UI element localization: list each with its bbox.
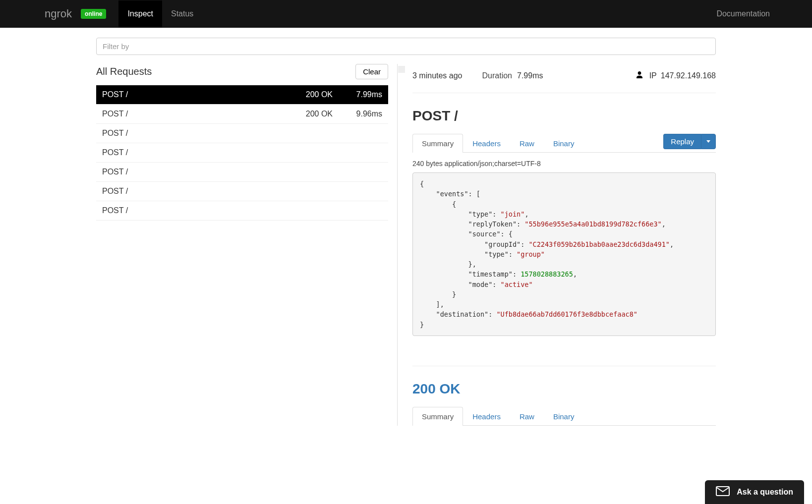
duration-value: 7.99ms <box>517 71 543 80</box>
detail-meta: 3 minutes ago Duration 7.99ms IP 147.92.… <box>412 64 716 93</box>
request-row[interactable]: POST /200 OK9.96ms <box>96 105 388 124</box>
nav-documentation[interactable]: Documentation <box>716 9 770 18</box>
request-heading: POST / <box>412 108 716 124</box>
request-status <box>273 206 333 215</box>
request-body-json: { "events": [ { "type": "join", "replyTo… <box>412 172 716 336</box>
request-method-path: POST / <box>102 90 273 99</box>
replay-dropdown[interactable] <box>701 134 716 149</box>
tab-raw[interactable]: Raw <box>510 134 544 153</box>
request-status <box>273 148 333 157</box>
request-time <box>333 129 382 138</box>
request-row[interactable]: POST / <box>96 201 388 221</box>
resp-tab-summary[interactable]: Summary <box>412 407 463 426</box>
resp-tab-raw[interactable]: Raw <box>510 407 544 426</box>
replay-button[interactable]: Replay <box>663 134 701 149</box>
request-method-path: POST / <box>102 129 273 138</box>
request-time <box>333 148 382 157</box>
request-status <box>273 129 333 138</box>
request-status: 200 OK <box>273 110 333 118</box>
request-tabs: Summary Headers Raw Binary Replay <box>412 134 716 153</box>
nav-status[interactable]: Status <box>162 0 202 27</box>
user-icon <box>636 71 643 81</box>
request-list-title: All Requests <box>96 66 152 77</box>
detail-pane: 3 minutes ago Duration 7.99ms IP 147.92.… <box>406 64 716 426</box>
request-method-path: POST / <box>102 110 273 118</box>
request-time: 9.96ms <box>333 110 382 118</box>
resp-tab-binary[interactable]: Binary <box>544 407 584 426</box>
navbar-left: ngrok online Inspect Status <box>10 0 716 27</box>
navbar: ngrok online Inspect Status Documentatio… <box>0 0 812 28</box>
request-method-path: POST / <box>102 168 273 176</box>
request-time <box>333 187 382 196</box>
ip-value: 147.92.149.168 <box>661 71 716 80</box>
ip-label: IP <box>649 71 657 80</box>
request-time <box>333 206 382 215</box>
response-tabs: Summary Headers Raw Binary <box>412 407 716 426</box>
request-status: 200 OK <box>273 90 333 99</box>
body-meta: 240 bytes application/json;charset=UTF-8 <box>412 160 716 168</box>
request-list-header: All Requests Clear <box>96 64 388 85</box>
request-time: 7.99ms <box>333 90 382 99</box>
request-row[interactable]: POST /200 OK7.99ms <box>96 85 388 105</box>
chevron-down-icon <box>706 140 710 143</box>
scroll-hint-up <box>398 66 405 73</box>
resp-tab-headers[interactable]: Headers <box>463 407 510 426</box>
tab-summary[interactable]: Summary <box>412 134 463 153</box>
request-list-pane: All Requests Clear POST /200 OK7.99msPOS… <box>96 64 389 426</box>
filter-input[interactable] <box>96 38 716 55</box>
nav-inspect[interactable]: Inspect <box>118 0 162 27</box>
brand: ngrok <box>45 7 72 20</box>
tab-binary[interactable]: Binary <box>544 134 584 153</box>
divider-line <box>397 64 398 426</box>
request-row[interactable]: POST / <box>96 124 388 143</box>
panes: All Requests Clear POST /200 OK7.99msPOS… <box>96 64 716 426</box>
response-heading: 200 OK <box>412 366 716 397</box>
ip-block: IP 147.92.149.168 <box>636 71 716 81</box>
request-row[interactable]: POST / <box>96 182 388 201</box>
replay-group: Replay <box>663 134 716 149</box>
request-method-path: POST / <box>102 148 273 157</box>
request-age: 3 minutes ago <box>412 71 463 80</box>
clear-button[interactable]: Clear <box>355 64 388 79</box>
request-row[interactable]: POST / <box>96 143 388 163</box>
request-method-path: POST / <box>102 206 273 215</box>
request-time <box>333 168 382 176</box>
divider <box>389 64 406 426</box>
duration-label: Duration <box>482 71 512 80</box>
request-method-path: POST / <box>102 187 273 196</box>
request-row[interactable]: POST / <box>96 163 388 182</box>
request-list: POST /200 OK7.99msPOST /200 OK9.96msPOST… <box>96 85 388 221</box>
request-status <box>273 187 333 196</box>
status-badge: online <box>81 9 106 19</box>
main-container: All Requests Clear POST /200 OK7.99msPOS… <box>96 28 716 426</box>
request-status <box>273 168 333 176</box>
tab-headers[interactable]: Headers <box>463 134 510 153</box>
